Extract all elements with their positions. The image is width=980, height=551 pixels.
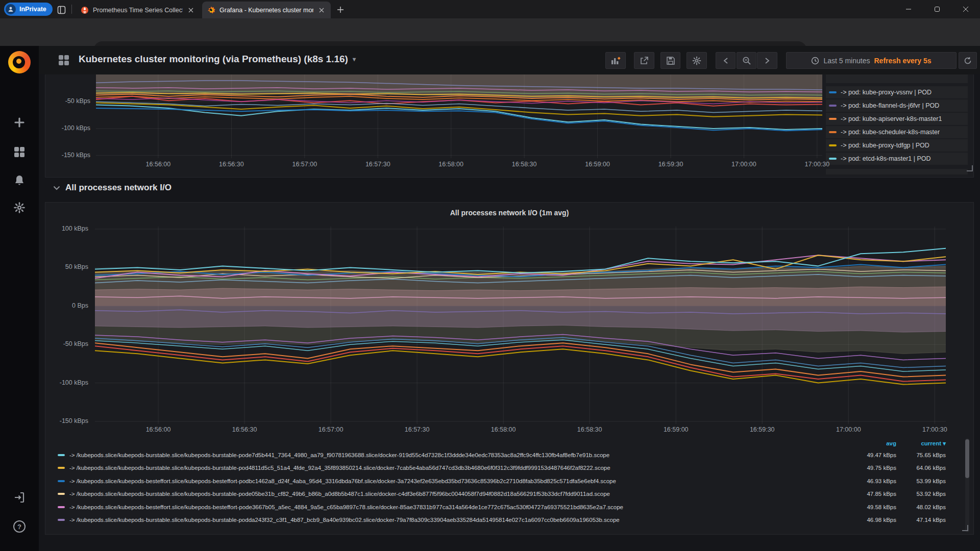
screen: InPrivate Prometheus Time Series Collect… <box>0 0 980 551</box>
inprivate-profile-button[interactable]: InPrivate <box>4 3 53 16</box>
time-range-picker[interactable]: Last 5 minutes Refresh every 5s <box>786 52 957 69</box>
series-color-swatch <box>58 467 65 469</box>
window-close-button[interactable] <box>951 0 980 18</box>
avg-column-header[interactable]: avg <box>840 440 896 446</box>
y-tick-label: 0 Bps <box>72 302 88 309</box>
table-row: -> /kubepods.slice/kubepods-burstable.sl… <box>57 462 946 475</box>
time-forward-button[interactable] <box>757 52 777 69</box>
series-color-swatch <box>58 506 65 508</box>
top-chart-plot[interactable] <box>96 74 822 158</box>
window-minimize-button[interactable] <box>894 0 923 18</box>
x-tick-label: 16:59:30 <box>648 161 694 168</box>
series-label[interactable]: -> /kubepods.slice/kubepods-burstable.sl… <box>69 465 840 471</box>
x-tick-label: 16:56:30 <box>208 161 254 168</box>
x-tick-label: 17:00:00 <box>721 161 767 168</box>
table-scrollbar[interactable] <box>965 438 969 532</box>
legend-item-label: -> pod: kube-flannel-ds-j6fvr | POD <box>841 102 939 109</box>
current-column-header[interactable]: current ▾ <box>896 440 946 447</box>
panel-resize-handle[interactable] <box>962 525 968 531</box>
series-avg-value: 49.58 kBps <box>840 504 896 510</box>
main-chart-x-axis: 16:56:0016:56:3016:57:0016:57:3016:58:00… <box>95 426 946 435</box>
legend-item-label: -> pod: kube-proxy-tdfgp | POD <box>841 142 929 149</box>
zoom-out-button[interactable] <box>737 52 756 69</box>
window-maximize-button[interactable] <box>923 0 951 18</box>
series-color-swatch <box>58 454 65 456</box>
legend-item-label: -> pod: kube-scheduler-k8s-master <box>841 129 940 136</box>
tab-separator <box>71 5 72 14</box>
sidebar-configuration-icon[interactable] <box>9 197 30 218</box>
grafana-favicon <box>207 6 215 14</box>
legend-item[interactable]: -> pod: kube-apiserver-k8s-master1 <box>826 113 968 125</box>
browser-tab-1[interactable]: Prometheus Time Series Collectio <box>76 2 200 18</box>
y-tick-label: -50 kBps <box>63 340 88 347</box>
top-chart-y-axis: -50 kBps-100 kBps-150 kBps <box>45 74 94 158</box>
legend-item[interactable]: -> pod: etcd-k8s-master1 | POD <box>826 153 968 165</box>
browser-titlebar: InPrivate Prometheus Time Series Collect… <box>0 0 980 18</box>
series-current-value: 53.99 kBps <box>896 478 946 484</box>
series-avg-value: 46.98 kBps <box>840 517 896 523</box>
x-tick-label: 16:56:30 <box>222 426 267 433</box>
legend-item[interactable]: -> pod: kube-scheduler-k8s-master <box>826 126 968 138</box>
x-tick-label: 16:56:00 <box>135 161 181 168</box>
dashboard-apps-icon[interactable] <box>58 55 69 66</box>
legend-item-label: -> pod: kube-proxy-vssnv | POD <box>841 89 932 96</box>
profile-avatar-icon <box>6 4 16 14</box>
series-label[interactable]: -> /kubepods.slice/kubepods-burstable.sl… <box>69 452 840 458</box>
x-tick-label: 16:59:00 <box>653 426 699 433</box>
x-tick-label: 16:59:30 <box>739 426 785 433</box>
series-label[interactable]: -> /kubepods.slice/kubepods-burstable.sl… <box>69 491 840 497</box>
tab-title: Prometheus Time Series Collectio <box>93 7 183 14</box>
legend-item-clipped <box>826 169 968 174</box>
table-row: -> /kubepods.slice/kubepods-besteffort.s… <box>57 474 946 488</box>
tab-close-icon[interactable] <box>317 6 326 14</box>
refresh-dashboard-button[interactable] <box>959 52 977 69</box>
series-label[interactable]: -> /kubepods.slice/kubepods-besteffort.s… <box>69 478 840 484</box>
add-panel-button[interactable] <box>605 52 626 69</box>
sort-caret-icon: ▾ <box>943 440 946 446</box>
legend-item[interactable]: -> pod: kube-flannel-ds-j6fvr | POD <box>826 99 968 112</box>
panel-resize-handle[interactable] <box>967 165 973 171</box>
legend-table-rows: -> /kubepods.slice/kubepods-burstable.sl… <box>57 448 946 527</box>
series-label[interactable]: -> /kubepods.slice/kubepods-besteffort.s… <box>69 504 840 510</box>
main-chart-plot[interactable] <box>95 227 946 424</box>
y-tick-label: -100 kBps <box>60 379 88 386</box>
browser-tab-2[interactable]: Grafana - Kubernetes cluster mon <box>202 2 331 18</box>
sidebar-alerting-icon[interactable] <box>9 170 30 191</box>
table-scrollbar-thumb[interactable] <box>965 439 969 478</box>
panel-title[interactable]: All processes network I/O (1m avg) <box>45 209 973 217</box>
sidebar-create-icon[interactable] <box>9 112 30 133</box>
dashboard-title[interactable]: Kubernetes cluster monitoring (via Prome… <box>79 54 356 65</box>
y-tick-label: -150 kBps <box>62 152 90 159</box>
series-current-value: 64.06 kBps <box>896 465 946 471</box>
legend-item[interactable]: -> pod: kube-proxy-vssnv | POD <box>826 86 968 98</box>
x-tick-label: 16:57:00 <box>308 426 354 433</box>
grafana-logo[interactable] <box>8 51 31 73</box>
series-label[interactable]: -> /kubepods.slice/kubepods-burstable.sl… <box>69 517 840 523</box>
legend-item-clipped <box>826 74 968 83</box>
tab-workspaces-icon[interactable] <box>55 4 67 16</box>
section-row-header[interactable]: All processes network I/O <box>53 183 172 193</box>
sidebar-dashboards-icon[interactable] <box>9 142 30 162</box>
new-tab-button[interactable] <box>335 4 346 15</box>
dashboard-settings-button[interactable] <box>687 52 707 69</box>
y-tick-label: 50 kBps <box>65 263 88 270</box>
time-back-button[interactable] <box>716 52 736 69</box>
tab-close-icon[interactable] <box>187 6 195 14</box>
inprivate-label: InPrivate <box>19 6 46 13</box>
sidebar-help-icon[interactable]: ? <box>9 516 30 537</box>
save-dashboard-button[interactable] <box>660 52 680 69</box>
top-chart-x-axis: 16:56:0016:56:3016:57:0016:57:3016:58:00… <box>96 161 822 170</box>
series-avg-value: 47.85 kBps <box>840 491 896 497</box>
time-range-label: Last 5 minutes <box>823 57 870 65</box>
legend-color-swatch <box>829 158 837 160</box>
top-chart-legend: -> pod: kube-proxy-vssnv | POD-> pod: ku… <box>826 74 971 174</box>
sidebar-sign-in-icon[interactable] <box>9 487 30 508</box>
legend-item[interactable]: -> pod: kube-proxy-tdfgp | POD <box>826 139 968 152</box>
y-tick-label: -150 kBps <box>60 417 88 424</box>
legend-table-header: avg current ▾ <box>57 438 946 448</box>
tab-title: Grafana - Kubernetes cluster mon <box>219 7 313 14</box>
y-tick-label: -50 kBps <box>65 97 90 105</box>
series-current-value: 47.14 kBps <box>896 517 946 523</box>
share-dashboard-button[interactable] <box>634 52 654 69</box>
all-processes-network-io-chart <box>95 227 946 424</box>
